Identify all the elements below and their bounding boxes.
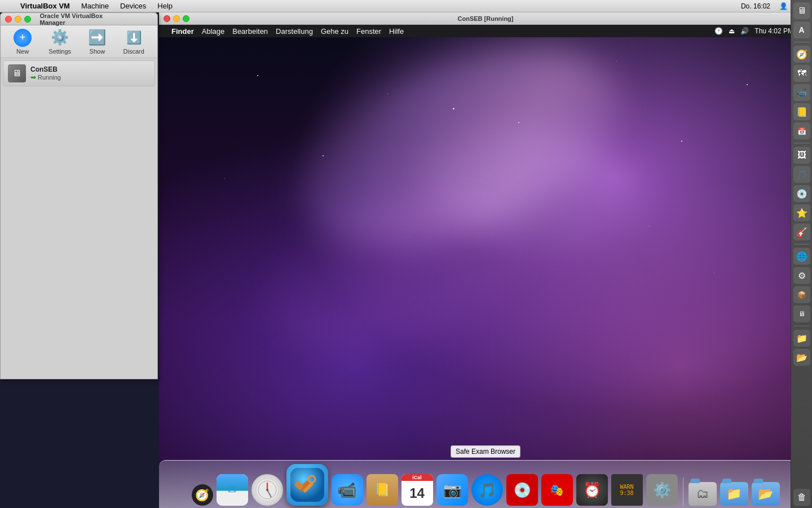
rs-facetime-icon[interactable]: 📹 (793, 84, 810, 101)
address-book-dock-icon: 📒 (367, 474, 398, 506)
vm-maximize-button[interactable] (183, 15, 189, 22)
rs-separator-3 (794, 244, 810, 244)
rs-guitar-icon[interactable]: 🎸 (793, 224, 810, 240)
dock-item-folder1[interactable]: 📁 (720, 482, 748, 506)
vbox-vm-item-conseb[interactable]: 🖥 ConSEB ➡ Running (3, 60, 155, 86)
rs-trash-icon[interactable]: 🗑 (793, 489, 810, 506)
rs-world-icon[interactable]: 🌐 (793, 248, 810, 265)
console-text: WARN9:38 (620, 484, 633, 496)
mail-symbol: ✉ (228, 484, 236, 496)
dock-item-comic-life[interactable]: 🎭 (541, 474, 573, 506)
rs-virtualbox-icon[interactable]: 📦 (793, 286, 810, 303)
safari-dock-icon (251, 474, 283, 506)
dock-item-iphoto[interactable]: 📷 (436, 474, 468, 506)
host-menu-help[interactable]: Help (155, 2, 175, 10)
time-machine-dock-icon: ⏰ (576, 474, 608, 506)
dock-item-compass[interactable]: 🧭 (192, 484, 213, 506)
rs-compass-icon[interactable]: 🧭 (793, 46, 810, 63)
vm-traffic-lights (164, 15, 189, 22)
rs-separator-2 (794, 143, 810, 143)
vbox-title: Oracle VM VirtualBox Manager (40, 12, 118, 26)
apps-folder-symbol: 🗂 (696, 487, 709, 501)
dock-item-mail[interactable]: ✉ (217, 474, 248, 506)
guest-menu-gehe-zu[interactable]: Gehe zu (321, 27, 348, 36)
host-app-name[interactable]: VirtualBox VM (18, 2, 72, 10)
vbox-discard-button[interactable]: ⬇️ Discard (119, 27, 149, 57)
guest-menu-darstellung[interactable]: Darstellung (276, 27, 313, 36)
dock-item-safari[interactable] (251, 474, 283, 506)
vbox-show-label: Show (90, 48, 105, 55)
guest-finder-menu[interactable]: Finder (171, 27, 194, 36)
vm-close-button[interactable] (164, 15, 170, 22)
guest-menu-bearbeiten[interactable]: Bearbeiten (232, 27, 268, 36)
ical-date: 14 (401, 481, 433, 506)
vbox-vm-status-text: Running (38, 74, 61, 81)
address-book-symbol: 📒 (374, 483, 390, 497)
dock-item-ical[interactable]: iCal 14 (401, 474, 433, 506)
rs-separator-4 (794, 326, 810, 326)
guest-time: Thu 4:02 PM (754, 27, 793, 35)
ical-header: iCal (401, 474, 433, 481)
dock-item-dvd[interactable]: 💿 (506, 474, 538, 506)
host-menu-machine[interactable]: Machine (79, 2, 111, 10)
guest-menu-ablage[interactable]: Ablage (202, 27, 224, 36)
vbox-new-button[interactable]: + New (9, 27, 36, 57)
rs-folder2-icon[interactable]: 📂 (793, 349, 810, 366)
rs-contacts-icon[interactable]: 📒 (793, 103, 810, 120)
itunes-dock-icon: 🎵 (471, 474, 503, 506)
rs-star-icon[interactable]: ⭐ (793, 204, 810, 221)
vbox-discard-icon: ⬇️ (125, 29, 143, 47)
vm-minimize-button[interactable] (173, 15, 180, 22)
dock-item-facetime[interactable]: 📹 (332, 474, 363, 506)
vbox-show-button[interactable]: ➡️ Show (83, 27, 111, 57)
guest-menu-hilfe[interactable]: Hilfe (389, 27, 404, 36)
vbox-close-button[interactable] (5, 16, 12, 23)
dock-tooltip: Safe Exam Browser (451, 445, 520, 458)
folder1-symbol: 📁 (726, 487, 742, 501)
vbox-traffic-lights (5, 16, 31, 23)
rs-maps-icon[interactable]: 🗺 (793, 65, 810, 82)
guest-menubar: Finder Ablage Bearbeiten Darstellung Geh… (159, 25, 812, 37)
comic-life-dock-icon: 🎭 (541, 474, 573, 506)
rs-separator-1 (794, 42, 810, 42)
svg-point-4 (266, 489, 268, 491)
vbox-new-icon: + (14, 29, 32, 47)
rs-display-icon[interactable]: 🖥 (793, 305, 810, 322)
host-menu-devices[interactable]: Devices (118, 2, 148, 10)
guest-clock-icon: 🕐 (714, 27, 723, 35)
vbox-minimize-button[interactable] (15, 16, 21, 23)
dock-item-time-machine[interactable]: ⏰ (576, 474, 608, 506)
dock-item-address-book[interactable]: 📒 (367, 474, 398, 506)
rs-appstore-icon[interactable]: A (793, 21, 810, 38)
guest-menu-fenster[interactable]: Fenster (356, 27, 381, 36)
vbox-settings-icon: ⚙️ (51, 29, 69, 47)
vbox-maximize-button[interactable] (24, 16, 31, 23)
rs-gear-icon[interactable]: ⚙ (793, 267, 810, 284)
dock-item-system-prefs[interactable]: ⚙️ (646, 474, 678, 506)
dock-item-itunes[interactable]: 🎵 (471, 474, 503, 506)
folder2-dock-icon: 📂 (752, 482, 780, 506)
ical-dock-icon: iCal 14 (401, 474, 433, 506)
vbox-settings-button[interactable]: ⚙️ Settings (44, 27, 76, 57)
dock-item-console[interactable]: WARN9:38 (611, 474, 643, 506)
vbox-vm-info: ConSEB ➡ Running (30, 65, 61, 81)
folder2-symbol: 📂 (758, 487, 773, 501)
dvd-dock-icon: 💿 (506, 474, 538, 506)
dock-item-apps-folder[interactable]: 🗂 (689, 482, 717, 506)
rs-folder1-icon[interactable]: 📁 (793, 330, 810, 347)
vbox-vm-icon-symbol: 🖥 (12, 68, 21, 78)
rs-calendar-icon[interactable]: 📅 (793, 122, 810, 139)
vbox-titlebar: Oracle VM VirtualBox Manager (1, 13, 157, 25)
dock-item-safe-exam-browser[interactable] (286, 464, 328, 506)
rs-finder-icon[interactable]: 🖥 (793, 2, 810, 19)
vbox-settings-label: Settings (48, 48, 71, 55)
rs-photos-icon[interactable]: 🖼 (793, 147, 810, 164)
rs-dvd-icon[interactable]: 💿 (793, 185, 810, 202)
dock-item-folder2[interactable]: 📂 (752, 482, 780, 506)
rs-music-icon[interactable]: 🎵 (793, 166, 810, 183)
dock-separator (683, 478, 683, 506)
vbox-vm-icon: 🖥 (8, 64, 26, 82)
vm-title: ConSEB [Running] (458, 15, 514, 22)
host-menubar: VirtualBox VM Machine Devices Help Do. 1… (0, 0, 812, 12)
vbox-discard-label: Discard (123, 48, 144, 55)
